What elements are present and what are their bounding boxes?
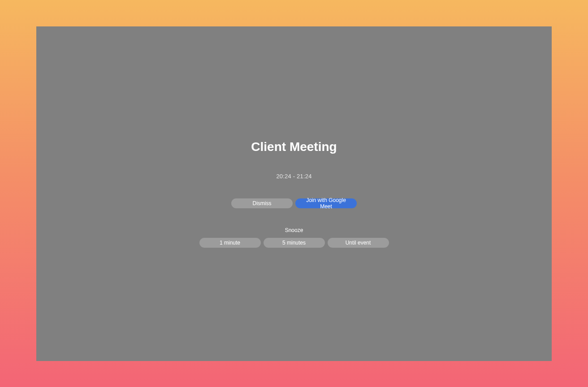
reminder-panel: Client Meeting 20:24 - 21:24 Dismiss Joi… bbox=[36, 140, 552, 248]
join-meeting-button[interactable]: Join with Google Meet bbox=[295, 198, 357, 208]
snooze-row: 1 minute 5 minutes Until event bbox=[199, 238, 389, 248]
event-time-range: 20:24 - 21:24 bbox=[276, 173, 311, 180]
snooze-1-minute-button[interactable]: 1 minute bbox=[199, 238, 261, 248]
snooze-until-event-button[interactable]: Until event bbox=[328, 238, 389, 248]
action-row: Dismiss Join with Google Meet bbox=[231, 198, 357, 208]
snooze-label: Snooze bbox=[285, 227, 303, 233]
dismiss-button[interactable]: Dismiss bbox=[231, 198, 293, 208]
event-title: Client Meeting bbox=[251, 140, 337, 154]
snooze-5-minutes-button[interactable]: 5 minutes bbox=[264, 238, 325, 248]
reminder-overlay: Client Meeting 20:24 - 21:24 Dismiss Joi… bbox=[36, 26, 552, 361]
